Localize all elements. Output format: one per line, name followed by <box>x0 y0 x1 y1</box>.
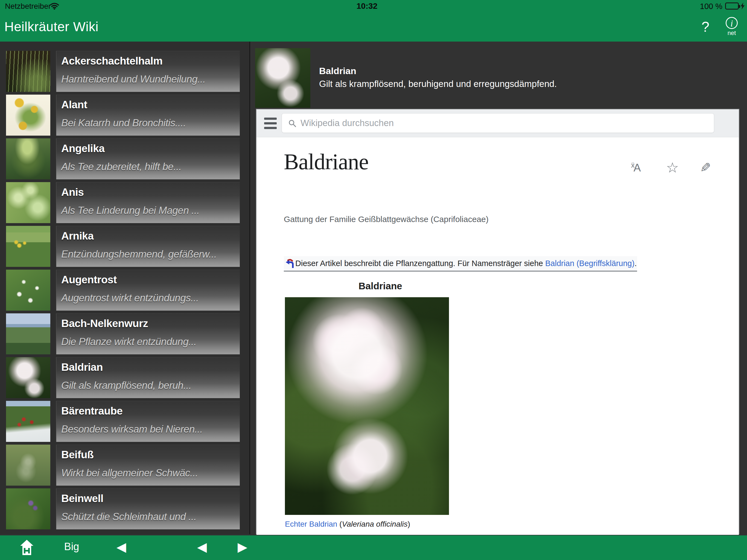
herb-name: Anis <box>61 186 84 198</box>
language-icon[interactable]: ẍA <box>631 161 641 174</box>
carrier-label: Netzbetreiber <box>5 2 51 11</box>
valerian-flower-photo[interactable] <box>285 297 449 515</box>
list-item-beifuss[interactable]: Beifuß Wirkt bei allgemeiner Schwäc... <box>0 444 250 486</box>
herb-summary: Als Tee Linderung bei Magen ... <box>61 205 200 216</box>
app-header: Heilkräuter Wiki ? i net <box>0 12 747 42</box>
article-tagline: Gattung der Familie Geißblattgewächse (C… <box>284 215 489 224</box>
herb-list: Ackerschachtelhalm Harntreibend und Wund… <box>0 42 250 534</box>
info-label: net <box>723 29 741 36</box>
charging-bolt-icon <box>741 2 745 11</box>
herb-thumbnail <box>6 444 50 486</box>
sidebar-back-button[interactable]: ◀ <box>117 539 126 555</box>
history-back-button[interactable]: ◀ <box>197 539 207 555</box>
app-screen: Netzbetreiber 10:32 100 % Heilkräuter Wi… <box>0 0 747 560</box>
herb-name: Beinwell <box>61 492 103 505</box>
herb-thumbnail <box>6 95 50 136</box>
herb-summary: Gilt als krampflösend, beruh... <box>61 380 191 391</box>
herb-summary: Wirkt bei allgemeiner Schwäc... <box>61 467 198 479</box>
herb-name: Augentrost <box>61 274 117 286</box>
list-item-augentrost[interactable]: Augentrost Augentrost wirkt entzündungs.… <box>0 270 250 311</box>
list-item-bach-nelkenwurz[interactable]: Bach-Nelkenwurz Die Pflanze wirkt entzün… <box>0 313 250 354</box>
herb-thumbnail <box>6 138 50 179</box>
herb-summary: Besonders wirksam bei Nieren... <box>61 424 203 435</box>
article-title: Baldriane <box>284 149 368 175</box>
wikipedia-panel: Baldriane ẍA ☆ ✎ Gattung der Familie Gei… <box>256 109 739 534</box>
herb-summary: Entzündungshemmend, gefäßerw... <box>61 249 217 260</box>
herb-name: Arnika <box>61 230 94 242</box>
wikipedia-toolbar <box>256 109 739 137</box>
detail-pane: Baldrian Gilt als krampflösend, beruhige… <box>251 42 747 534</box>
herb-name: Ackerschachtelhalm <box>61 55 162 67</box>
herb-name: Bach-Nelkenwurz <box>61 317 148 330</box>
list-item-baldrian[interactable]: Baldrian Gilt als krampflösend, beruh... <box>0 357 250 398</box>
list-item-beinwell[interactable]: Beinwell Schützt die Schleimhaut und ... <box>0 488 250 529</box>
herb-name: Angelika <box>61 143 105 154</box>
herb-name: Alant <box>61 99 87 111</box>
history-forward-button[interactable]: ▶ <box>238 539 247 555</box>
herb-thumbnail <box>6 357 50 398</box>
list-item-anis[interactable]: Anis Als Tee Linderung bei Magen ... <box>0 182 250 223</box>
wikipedia-searchbox <box>282 113 714 133</box>
herb-thumbnail <box>6 270 50 311</box>
info-button[interactable]: i net <box>723 16 741 41</box>
hatnote-text: Dieser Artikel beschreibt die Pflanzenga… <box>295 259 545 268</box>
herb-summary: Schützt die Schleimhaut und ... <box>61 511 197 523</box>
list-item-arnika[interactable]: Arnika Entzündungshemmend, gefäßerw... <box>0 226 250 267</box>
wikipedia-article: Baldriane ẍA ☆ ✎ Gattung der Familie Gei… <box>256 137 739 535</box>
list-item-alant[interactable]: Alant Bei Katarrh und Bronchitis.... <box>0 95 250 136</box>
list-item-ackerschachtelhalm[interactable]: Ackerschachtelhalm Harntreibend und Wund… <box>0 51 250 92</box>
edit-pencil-icon[interactable]: ✎ <box>700 160 711 175</box>
redirect-icon <box>285 259 294 268</box>
herb-name: Beifuß <box>61 449 94 461</box>
info-icon: i <box>726 17 738 29</box>
herb-summary: Augentrost wirkt entzündungs... <box>61 292 199 304</box>
herb-summary: Bei Katarrh und Bronchitis.... <box>61 117 186 129</box>
herb-thumbnail <box>6 182 50 223</box>
font-size-toggle[interactable]: Big <box>58 541 85 553</box>
bottom-toolbar: Big ◀ ◀ ▶ <box>0 535 747 560</box>
hatnote-link[interactable]: Baldrian (Begriffsklärung) <box>545 259 635 268</box>
content-area: Ackerschachtelhalm Harntreibend und Wund… <box>0 42 747 534</box>
status-bar: Netzbetreiber 10:32 100 % <box>0 0 747 12</box>
battery-icon <box>725 2 739 9</box>
caption-link[interactable]: Echter Baldrian <box>285 520 337 528</box>
herb-summary: Die Pflanze wirkt entzündung... <box>61 336 197 348</box>
herb-thumbnail <box>6 313 50 354</box>
herb-name: Bärentraube <box>61 405 123 417</box>
herb-summary: Als Tee zubereitet, hilft be... <box>61 161 182 173</box>
app-title: Heilkräuter Wiki <box>4 19 98 34</box>
herb-summary: Harntreibend und Wundheilung... <box>61 74 206 85</box>
clock: 10:32 <box>345 1 389 11</box>
wifi-icon <box>50 2 59 11</box>
list-item-baerentraube[interactable]: Bärentraube Besonders wirksam bei Nieren… <box>0 401 250 442</box>
list-item-angelika[interactable]: Angelika Als Tee zubereitet, hilft be... <box>0 138 250 179</box>
selected-herb-title: Baldrian <box>319 66 356 76</box>
species-name: Valeriana officinalis <box>342 520 408 528</box>
herb-name: Baldrian <box>61 361 103 373</box>
selected-herb-summary: Gilt als krampflösend, beruhigend und er… <box>319 79 557 89</box>
home-button[interactable] <box>19 539 34 556</box>
selected-herb-thumbnail <box>255 48 310 108</box>
battery-percent: 100 % <box>698 2 722 11</box>
herb-thumbnail <box>6 226 50 267</box>
infobox-title: Baldriane <box>284 281 477 291</box>
herb-thumbnail <box>6 401 50 442</box>
menu-icon[interactable] <box>264 118 277 130</box>
herb-thumbnail <box>6 51 50 92</box>
watchlist-star-icon[interactable]: ☆ <box>666 159 679 176</box>
search-input[interactable] <box>300 114 707 131</box>
help-button[interactable]: ? <box>697 16 714 38</box>
herb-thumbnail <box>6 488 50 529</box>
search-icon <box>288 119 297 128</box>
hatnote: Dieser Artikel beschreibt die Pflanzenga… <box>284 256 637 272</box>
photo-caption: Echter Baldrian (Valeriana officinalis) <box>285 520 410 529</box>
